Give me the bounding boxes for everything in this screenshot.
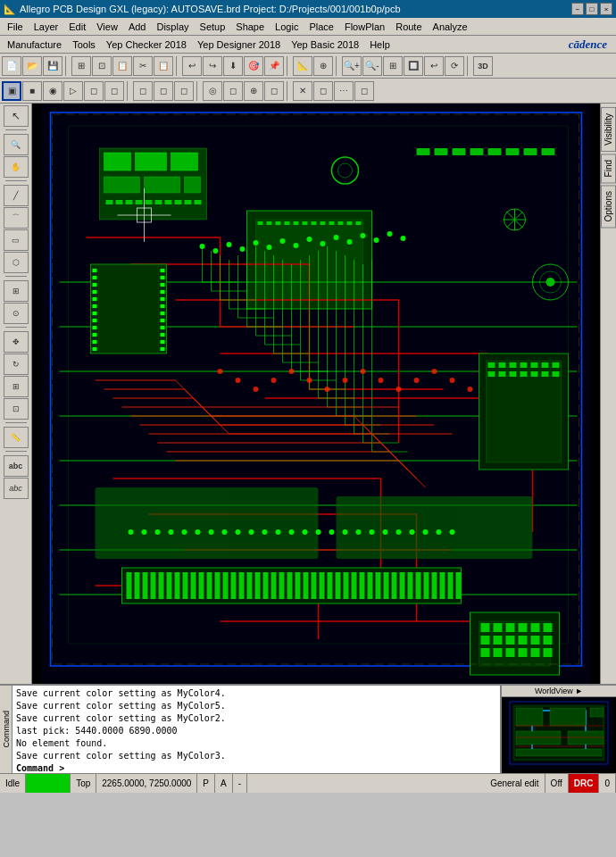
menu-yep-designer[interactable]: Yep Designer 2018	[192, 37, 286, 52]
svg-rect-81	[215, 572, 221, 599]
tb-zoom-in[interactable]: 🔍+	[342, 56, 362, 76]
tb2-delete[interactable]: ✕	[293, 81, 312, 101]
menu-flowplan[interactable]: FlowPlan	[339, 20, 390, 34]
tb-zoom-fit[interactable]: ⊞	[383, 56, 403, 76]
menu-tools[interactable]: Tools	[67, 37, 101, 52]
tb2-more1[interactable]: ⋯	[334, 81, 354, 101]
tb-copy[interactable]: 📋	[112, 56, 132, 76]
left-btn-measure[interactable]: 📏	[4, 427, 29, 448]
tb-save[interactable]: 💾	[43, 56, 62, 76]
left-btn-copy2[interactable]: ⊞	[4, 376, 29, 397]
tb-zoom-prev[interactable]: ↩	[424, 56, 444, 76]
left-btn-pan[interactable]: ✋	[4, 156, 29, 178]
left-btn-move[interactable]: ✥	[4, 331, 29, 353]
tb2-more2[interactable]: ◻	[354, 81, 374, 101]
menu-route[interactable]: Route	[390, 20, 427, 34]
tb-sep-4	[336, 56, 339, 76]
svg-rect-31	[320, 221, 326, 225]
menu-analyze[interactable]: Analyze	[428, 20, 473, 34]
menu-logic[interactable]: Logic	[270, 20, 304, 34]
close-button[interactable]: ×	[600, 3, 612, 15]
menu-place[interactable]: Place	[304, 20, 339, 34]
menu-yep-basic[interactable]: Yep Basic 2018	[286, 37, 364, 52]
tb-zoom-window[interactable]: 🔲	[404, 56, 423, 76]
tb2-drc[interactable]: ◻	[264, 81, 284, 101]
left-btn-add-arc[interactable]: ⌒	[4, 207, 29, 229]
menu-layer[interactable]: Layer	[29, 20, 64, 34]
tb-cut[interactable]: ✂	[133, 56, 153, 76]
menu-setup[interactable]: Setup	[195, 20, 231, 34]
menu-display[interactable]: Display	[151, 20, 194, 34]
pcb-canvas-area[interactable]	[32, 104, 600, 684]
left-btn-pointer[interactable]: ↖	[4, 105, 29, 127]
tb-open[interactable]: 📂	[22, 56, 42, 76]
left-btn-zoom[interactable]: 🔍	[4, 134, 29, 155]
tb2-pad[interactable]: ◻	[223, 81, 243, 101]
left-btn-via[interactable]: ⊙	[4, 303, 29, 324]
svg-rect-87	[263, 572, 269, 599]
tb-redo[interactable]: ↪	[203, 56, 222, 76]
svg-rect-68	[161, 347, 165, 351]
tb2-bus[interactable]: ◻	[154, 81, 173, 101]
tb2-select[interactable]: ▣	[2, 81, 21, 101]
svg-point-195	[254, 387, 259, 392]
svg-rect-93	[312, 572, 317, 599]
menu-add[interactable]: Add	[123, 20, 152, 34]
tb-hilight[interactable]: ⊕	[313, 56, 333, 76]
status-coord-p[interactable]: P	[197, 774, 215, 793]
menu-view[interactable]: View	[91, 20, 123, 34]
tb-snap[interactable]: ⬇	[223, 56, 243, 76]
left-btn-text2[interactable]: abc	[4, 478, 29, 499]
tb2-rect[interactable]: ◻	[84, 81, 104, 101]
tb2-net[interactable]: ◻	[174, 81, 194, 101]
tb-target[interactable]: 🎯	[244, 56, 263, 76]
left-btn-mirror[interactable]: ⊡	[4, 398, 29, 420]
menu-yep-checker[interactable]: Yep Checker 2018	[101, 37, 192, 52]
svg-rect-15	[136, 200, 143, 204]
tb2-via[interactable]: ◎	[203, 81, 222, 101]
drc-button[interactable]: DRC	[569, 774, 600, 793]
tb-undo[interactable]: ↩	[182, 56, 202, 76]
maximize-button[interactable]: □	[586, 3, 598, 15]
tab-options[interactable]: Options	[601, 185, 616, 228]
tb2-prop[interactable]: ◻	[313, 81, 333, 101]
tb-mirror[interactable]: ⊡	[92, 56, 112, 76]
menu-file[interactable]: File	[2, 20, 29, 34]
tb-measure[interactable]: 📐	[293, 56, 312, 76]
tb2-arrow[interactable]: ▷	[63, 81, 83, 101]
left-btn-add-rect[interactable]: ▭	[4, 229, 29, 251]
status-coord-a[interactable]: A	[215, 774, 233, 793]
tb2-crosshair[interactable]: ⊕	[244, 81, 263, 101]
svg-rect-80	[207, 572, 212, 599]
minimize-button[interactable]: −	[571, 3, 584, 15]
console-left: Command Save current color setting as My…	[0, 686, 500, 773]
tb-paste[interactable]: 📋	[154, 56, 173, 76]
tb-zoom-out[interactable]: 🔍-	[362, 56, 382, 76]
svg-point-165	[374, 237, 379, 243]
tb2-wire[interactable]: ◻	[133, 81, 153, 101]
svg-rect-50	[93, 304, 97, 308]
left-btn-add-poly[interactable]: ⬡	[4, 252, 29, 273]
worldview-label[interactable]: WorldView ►	[502, 686, 616, 697]
tb2-circle[interactable]: ◉	[43, 81, 62, 101]
tb-grid[interactable]: ⊞	[71, 56, 91, 76]
menu-shape[interactable]: Shape	[230, 20, 270, 34]
svg-rect-72	[143, 572, 148, 599]
tab-find[interactable]: Find	[601, 154, 616, 183]
tab-visibility[interactable]: Visibility	[601, 107, 616, 152]
svg-rect-61	[161, 297, 165, 301]
left-btn-route[interactable]: ⊞	[4, 280, 29, 302]
tb-3d[interactable]: 3D	[473, 56, 493, 76]
left-btn-text1[interactable]: abc	[4, 455, 29, 477]
tb2-deselect[interactable]: ■	[22, 81, 42, 101]
tb-refresh[interactable]: ⟳	[445, 56, 464, 76]
left-btn-add-line[interactable]: ╱	[4, 185, 29, 206]
menu-help[interactable]: Help	[364, 37, 395, 52]
svg-rect-211	[499, 362, 506, 368]
left-btn-rotate[interactable]: ↻	[4, 354, 29, 375]
menu-manufacture[interactable]: Manufacture	[2, 37, 67, 52]
tb-new[interactable]: 📄	[2, 56, 21, 76]
tb-pin[interactable]: 📌	[264, 56, 284, 76]
menu-edit[interactable]: Edit	[63, 20, 91, 34]
tb2-poly[interactable]: ◻	[104, 81, 124, 101]
